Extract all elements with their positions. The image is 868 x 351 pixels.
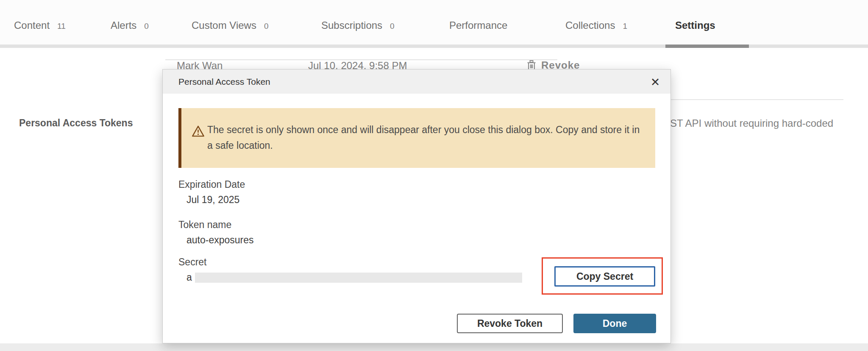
copy-secret-button[interactable]: Copy Secret [554, 266, 655, 287]
token-name-value: auto-exposures [186, 234, 254, 246]
section-heading: Personal Access Tokens [19, 117, 133, 129]
secret-masked-bar [195, 273, 522, 283]
section-divider [671, 99, 843, 100]
section-description-fragment: ST API without requiring hard-coded [670, 117, 865, 129]
warning-message: The secret is only shown once and will d… [207, 122, 640, 153]
dialog-title: Personal Access Token [178, 77, 270, 87]
expiration-date-value: Jul 19, 2025 [186, 194, 239, 206]
expiration-date-label: Expiration Date [178, 179, 245, 190]
personal-access-token-dialog: Personal Access Token ✕ The secret is on… [162, 69, 671, 343]
done-button[interactable]: Done [573, 314, 656, 333]
revoke-token-button[interactable]: Revoke Token [457, 314, 563, 333]
warning-banner: The secret is only shown once and will d… [178, 108, 655, 168]
secret-visible-char: a [186, 272, 192, 283]
token-name-label: Token name [178, 219, 231, 231]
warning-triangle-icon [192, 125, 205, 139]
page-bottom-strip [0, 343, 868, 351]
secret-value-row: a [186, 272, 522, 283]
close-icon[interactable]: ✕ [647, 74, 664, 91]
secret-label: Secret [178, 256, 206, 268]
dialog-header: Personal Access Token [163, 70, 670, 94]
